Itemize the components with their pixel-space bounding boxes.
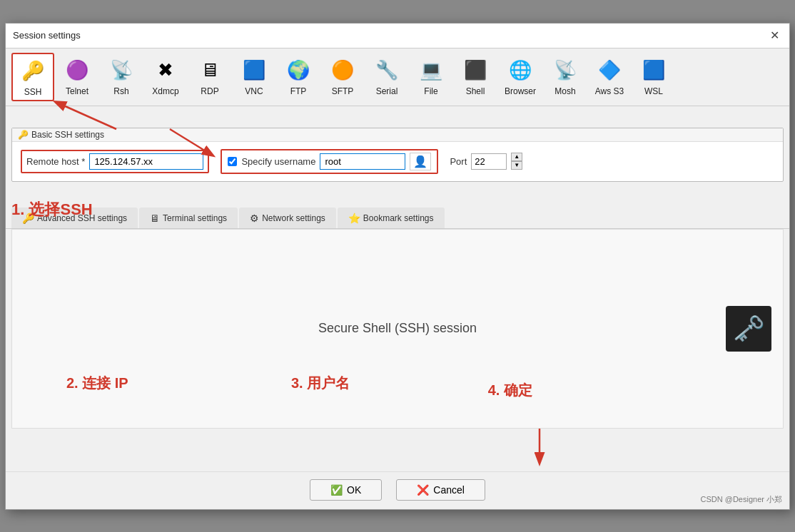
port-label: Port — [450, 156, 467, 167]
key-icon-image: 🗝️ — [726, 306, 771, 352]
tab-network[interactable]: ⚙ Network settings — [239, 208, 336, 228]
section-body: Remote host * Specify username 👤 Port ▲ — [12, 142, 783, 181]
protocol-item-ftp[interactable]: 🌍 FTP — [277, 53, 320, 100]
tab-icon-bookmark: ⭐ — [348, 213, 360, 224]
username-group: Specify username 👤 — [221, 149, 438, 174]
section-legend: 🔑 Basic SSH settings — [12, 128, 783, 142]
tab-icon-network: ⚙ — [250, 213, 259, 224]
protocol-item-rsh[interactable]: 📡 Rsh — [100, 53, 143, 100]
protocol-label-xdmcp: Xdmcp — [152, 86, 178, 96]
username-input[interactable] — [320, 153, 405, 170]
tab-icon-advanced-ssh: 🔑 — [22, 213, 34, 224]
protocol-item-rdp[interactable]: 🖥 RDP — [188, 53, 231, 100]
protocol-label-vnc: VNC — [245, 86, 263, 96]
protocol-label-rdp: RDP — [201, 86, 218, 96]
protocol-label-mosh: Mosh — [555, 86, 575, 96]
protocol-item-shell[interactable]: ⬛ Shell — [454, 53, 497, 100]
protocol-icon-sftp: 🟠 — [328, 56, 357, 85]
protocol-icon-ftp: 🌍 — [284, 56, 313, 85]
protocol-label-wsl: WSL — [644, 86, 663, 96]
protocol-icon-rsh: 📡 — [107, 56, 136, 85]
watermark: CSDN @Designer 小郑 — [701, 494, 782, 505]
protocol-icon-file: 💻 — [417, 56, 445, 85]
protocol-icon-wsl: 🟦 — [639, 56, 668, 85]
cancel-icon: ❌ — [417, 484, 429, 496]
port-group: Port ▲ ▼ — [450, 153, 522, 170]
cancel-button[interactable]: ❌ Cancel — [396, 479, 485, 501]
protocol-icon-ssh: 🔑 — [19, 57, 47, 86]
protocol-item-mosh[interactable]: 📡 Mosh — [544, 53, 587, 100]
legend-icon: 🔑 — [18, 130, 29, 140]
protocol-item-vnc[interactable]: 🟦 VNC — [233, 53, 275, 100]
dialog-title: Session settings — [13, 30, 81, 41]
protocol-item-wsl[interactable]: 🟦 WSL — [632, 53, 675, 100]
tab-label-network: Network settings — [262, 213, 325, 223]
protocol-label-telnet: Telnet — [66, 86, 88, 96]
protocol-item-xdmcp[interactable]: ✖ Xdmcp — [144, 53, 187, 100]
protocol-icon-xdmcp: ✖ — [151, 56, 180, 85]
protocol-icon-telnet: 🟣 — [63, 56, 91, 85]
protocol-item-file[interactable]: 💻 File — [410, 53, 452, 100]
protocol-label-rsh: Rsh — [113, 86, 128, 96]
protocol-item-awss3[interactable]: 🔷 Aws S3 — [588, 53, 631, 100]
tab-bookmark[interactable]: ⭐ Bookmark settings — [338, 208, 445, 228]
ssh-description: Secure Shell (SSH) session — [318, 321, 477, 336]
protocol-label-ssh: SSH — [24, 87, 42, 97]
protocol-item-serial[interactable]: 🔧 Serial — [365, 53, 408, 100]
protocol-icon-browser: 🌐 — [506, 56, 535, 85]
port-increment-button[interactable]: ▲ — [511, 153, 522, 161]
protocol-icon-shell: ⬛ — [461, 56, 490, 85]
protocol-item-ssh[interactable]: 🔑 SSH — [11, 53, 54, 101]
protocol-icon-awss3: 🔷 — [595, 56, 624, 85]
title-bar: Session settings ✕ — [6, 24, 789, 48]
tab-label-bookmark: Bookmark settings — [363, 213, 434, 223]
protocol-icon-vnc: 🟦 — [240, 56, 268, 85]
tab-terminal[interactable]: 🖥 Terminal settings — [139, 208, 238, 228]
protocol-label-serial: Serial — [376, 86, 398, 96]
ok-button[interactable]: ✅ OK — [310, 479, 382, 501]
tab-label-advanced-ssh: Advanced SSH settings — [37, 213, 127, 223]
tabs-row: 🔑 Advanced SSH settings 🖥 Terminal setti… — [6, 208, 789, 229]
protocol-label-sftp: SFTP — [332, 86, 354, 96]
protocol-icon-mosh: 📡 — [551, 56, 579, 85]
step4-arrow — [511, 429, 568, 468]
protocol-label-ftp: FTP — [290, 86, 307, 96]
protocol-item-telnet[interactable]: 🟣 Telnet — [56, 53, 98, 100]
protocols-row: 🔑 SSH 🟣 Telnet 📡 Rsh ✖ Xdmcp 🖥 RDP 🟦 VNC… — [6, 48, 789, 106]
cancel-label: Cancel — [433, 484, 465, 496]
specify-username-checkbox[interactable] — [228, 157, 237, 166]
protocol-item-browser[interactable]: 🌐 Browser — [498, 53, 542, 100]
step4-area: 4. 确定 — [6, 429, 789, 471]
session-settings-dialog: Session settings ✕ 🔑 SSH 🟣 Telnet 📡 Rsh … — [5, 23, 790, 510]
main-content: Secure Shell (SSH) session 🗝️ — [11, 229, 784, 429]
ok-label: OK — [347, 484, 361, 496]
specify-username-label: Specify username — [241, 156, 315, 167]
user-icon-button[interactable]: 👤 — [410, 153, 431, 170]
remote-host-label: Remote host * — [26, 156, 85, 167]
protocol-label-browser: Browser — [505, 86, 536, 96]
remote-host-group: Remote host * — [21, 150, 209, 173]
tab-label-terminal: Terminal settings — [163, 213, 227, 223]
port-input[interactable] — [471, 153, 507, 170]
protocol-label-shell: Shell — [466, 86, 485, 96]
port-spinner: ▲ ▼ — [511, 153, 522, 170]
close-button[interactable]: ✕ — [766, 28, 782, 44]
basic-ssh-section: 🔑 Basic SSH settings Remote host * Speci… — [11, 128, 784, 182]
protocol-icon-rdp: 🖥 — [196, 56, 224, 85]
bottom-bar: ✅ OK ❌ Cancel CSDN @Designer 小郑 — [6, 471, 789, 509]
remote-host-input[interactable] — [89, 153, 203, 170]
protocol-item-sftp[interactable]: 🟠 SFTP — [321, 53, 364, 100]
protocol-label-file: File — [424, 86, 437, 96]
port-decrement-button[interactable]: ▼ — [511, 161, 522, 170]
tab-icon-terminal: 🖥 — [150, 213, 160, 224]
tab-advanced-ssh[interactable]: 🔑 Advanced SSH settings — [11, 208, 138, 228]
ok-icon: ✅ — [330, 484, 343, 496]
protocol-label-awss3: Aws S3 — [595, 86, 624, 96]
legend-label: Basic SSH settings — [31, 130, 104, 140]
protocol-icon-serial: 🔧 — [373, 56, 401, 85]
